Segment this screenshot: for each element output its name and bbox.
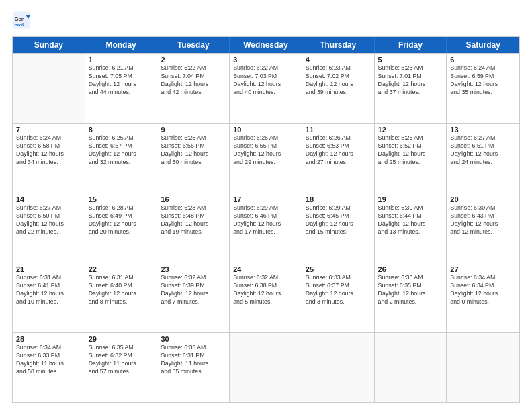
cell-text: and 5 minutes. bbox=[233, 298, 298, 306]
cell-text: Sunrise: 6:22 AM bbox=[161, 64, 226, 73]
day-number: 19 bbox=[378, 195, 443, 203]
cell-text: and 8 minutes. bbox=[89, 298, 154, 306]
cell-text: Daylight: 12 hours bbox=[161, 81, 226, 89]
cell-text: Daylight: 12 hours bbox=[233, 290, 298, 298]
day-number: 10 bbox=[233, 126, 298, 134]
cell-text: and 44 minutes. bbox=[89, 89, 154, 97]
day-number: 29 bbox=[89, 335, 154, 343]
calendar-cell: 4Sunrise: 6:23 AMSunset: 7:02 PMDaylight… bbox=[302, 54, 375, 123]
cell-text: and 42 minutes. bbox=[161, 89, 226, 97]
calendar-cell: 21Sunrise: 6:31 AMSunset: 6:41 PMDayligh… bbox=[13, 263, 85, 332]
cell-text: Sunset: 6:35 PM bbox=[378, 282, 443, 290]
day-number: 3 bbox=[233, 56, 298, 64]
cell-text: Daylight: 12 hours bbox=[89, 220, 154, 228]
cell-text: and 39 minutes. bbox=[306, 89, 371, 97]
cell-text: and 32 minutes. bbox=[89, 158, 154, 167]
cell-text: Sunset: 7:02 PM bbox=[306, 73, 371, 81]
cell-text: and 25 minutes. bbox=[378, 158, 443, 167]
cell-text: Sunset: 6:39 PM bbox=[161, 282, 226, 290]
cell-text: Sunrise: 6:26 AM bbox=[233, 134, 298, 142]
cell-text: Sunrise: 6:28 AM bbox=[161, 204, 226, 212]
cell-text: Sunset: 6:52 PM bbox=[378, 142, 443, 150]
calendar-cell: 13Sunrise: 6:27 AMSunset: 6:51 PMDayligh… bbox=[447, 124, 519, 193]
cell-text: and 10 minutes. bbox=[16, 298, 81, 306]
day-number: 16 bbox=[161, 195, 226, 203]
cell-text: Sunrise: 6:32 AM bbox=[233, 274, 298, 282]
calendar-cell: 18Sunrise: 6:29 AMSunset: 6:45 PMDayligh… bbox=[302, 193, 375, 263]
calendar-row-2: 7Sunrise: 6:24 AMSunset: 6:58 PMDaylight… bbox=[13, 123, 519, 193]
calendar-cell: 17Sunrise: 6:29 AMSunset: 6:46 PMDayligh… bbox=[230, 193, 302, 263]
calendar-cell: 26Sunrise: 6:33 AMSunset: 6:35 PMDayligh… bbox=[375, 263, 447, 332]
cell-text: Sunset: 6:38 PM bbox=[233, 282, 298, 290]
calendar-cell: 5Sunrise: 6:23 AMSunset: 7:01 PMDaylight… bbox=[375, 54, 447, 123]
calendar-cell: 30Sunrise: 6:35 AMSunset: 6:31 PMDayligh… bbox=[157, 333, 230, 402]
cell-text: Sunset: 6:40 PM bbox=[89, 282, 154, 290]
cell-text: Daylight: 12 hours bbox=[233, 81, 298, 89]
cell-text: Sunrise: 6:33 AM bbox=[378, 274, 443, 282]
day-number: 4 bbox=[306, 56, 371, 64]
cell-text: Sunrise: 6:24 AM bbox=[450, 64, 516, 73]
logo-icon: Gen eral bbox=[12, 11, 31, 30]
calendar-cell: 8Sunrise: 6:25 AMSunset: 6:57 PMDaylight… bbox=[85, 124, 158, 193]
header-day-wednesday: Wednesday bbox=[230, 37, 302, 53]
header-day-monday: Monday bbox=[85, 37, 158, 53]
cell-text: and 2 minutes. bbox=[378, 298, 443, 306]
cell-text: and 15 minutes. bbox=[306, 228, 371, 236]
cell-text: and 29 minutes. bbox=[233, 158, 298, 167]
page: Gen eral SundayMondayTuesdayWednesdayThu… bbox=[0, 0, 532, 411]
cell-text: Sunset: 7:03 PM bbox=[233, 73, 298, 81]
cell-text: and 55 minutes. bbox=[161, 368, 226, 376]
cell-text: Daylight: 12 hours bbox=[16, 150, 81, 158]
calendar-cell: 9Sunrise: 6:25 AMSunset: 6:56 PMDaylight… bbox=[157, 124, 230, 193]
calendar-cell bbox=[447, 333, 519, 402]
calendar-cell: 24Sunrise: 6:32 AMSunset: 6:38 PMDayligh… bbox=[230, 263, 302, 332]
cell-text: Daylight: 12 hours bbox=[306, 290, 371, 298]
cell-text: and 40 minutes. bbox=[233, 89, 298, 97]
cell-text: Daylight: 12 hours bbox=[89, 150, 154, 158]
day-number: 14 bbox=[16, 195, 81, 203]
cell-text: Daylight: 12 hours bbox=[306, 81, 371, 89]
day-number: 21 bbox=[16, 265, 81, 273]
cell-text: Sunset: 6:49 PM bbox=[89, 212, 154, 220]
calendar-cell bbox=[230, 333, 302, 402]
day-number: 20 bbox=[450, 195, 516, 203]
cell-text: Daylight: 12 hours bbox=[450, 290, 516, 298]
cell-text: Sunset: 6:33 PM bbox=[16, 352, 81, 360]
cell-text: Sunset: 6:51 PM bbox=[450, 142, 516, 150]
calendar-cell: 11Sunrise: 6:26 AMSunset: 6:53 PMDayligh… bbox=[302, 124, 375, 193]
cell-text: Sunrise: 6:31 AM bbox=[16, 274, 81, 282]
cell-text: Sunrise: 6:24 AM bbox=[16, 134, 81, 142]
day-number: 23 bbox=[161, 265, 226, 273]
day-number: 13 bbox=[450, 126, 516, 134]
cell-text: Sunset: 7:04 PM bbox=[161, 73, 226, 81]
cell-text: Daylight: 12 hours bbox=[89, 81, 154, 89]
calendar-body: 1Sunrise: 6:21 AMSunset: 7:05 PMDaylight… bbox=[13, 53, 519, 402]
cell-text: Daylight: 12 hours bbox=[306, 150, 371, 158]
cell-text: Sunrise: 6:34 AM bbox=[450, 274, 516, 282]
cell-text: Daylight: 12 hours bbox=[233, 220, 298, 228]
day-number: 1 bbox=[89, 56, 154, 64]
calendar: SundayMondayTuesdayWednesdayThursdayFrid… bbox=[12, 36, 520, 403]
calendar-row-5: 28Sunrise: 6:34 AMSunset: 6:33 PMDayligh… bbox=[13, 332, 519, 402]
header-day-saturday: Saturday bbox=[447, 37, 519, 53]
cell-text: and 7 minutes. bbox=[161, 298, 226, 306]
day-number: 5 bbox=[378, 56, 443, 64]
cell-text: Sunset: 6:53 PM bbox=[306, 142, 371, 150]
cell-text: and 58 minutes. bbox=[16, 368, 81, 376]
cell-text: Sunrise: 6:34 AM bbox=[16, 344, 81, 352]
cell-text: and 20 minutes. bbox=[89, 228, 154, 236]
cell-text: Sunrise: 6:31 AM bbox=[89, 274, 154, 282]
calendar-cell bbox=[13, 54, 85, 123]
cell-text: and 37 minutes. bbox=[378, 89, 443, 97]
cell-text: and 17 minutes. bbox=[233, 228, 298, 236]
cell-text: Sunrise: 6:35 AM bbox=[89, 344, 154, 352]
day-number: 30 bbox=[161, 335, 226, 343]
cell-text: Sunset: 6:57 PM bbox=[89, 142, 154, 150]
calendar-cell: 27Sunrise: 6:34 AMSunset: 6:34 PMDayligh… bbox=[447, 263, 519, 332]
cell-text: and 22 minutes. bbox=[16, 228, 81, 236]
cell-text: Daylight: 12 hours bbox=[378, 220, 443, 228]
cell-text: Sunrise: 6:28 AM bbox=[89, 204, 154, 212]
cell-text: Sunrise: 6:35 AM bbox=[161, 344, 226, 352]
cell-text: Daylight: 12 hours bbox=[233, 150, 298, 158]
day-number: 15 bbox=[89, 195, 154, 203]
